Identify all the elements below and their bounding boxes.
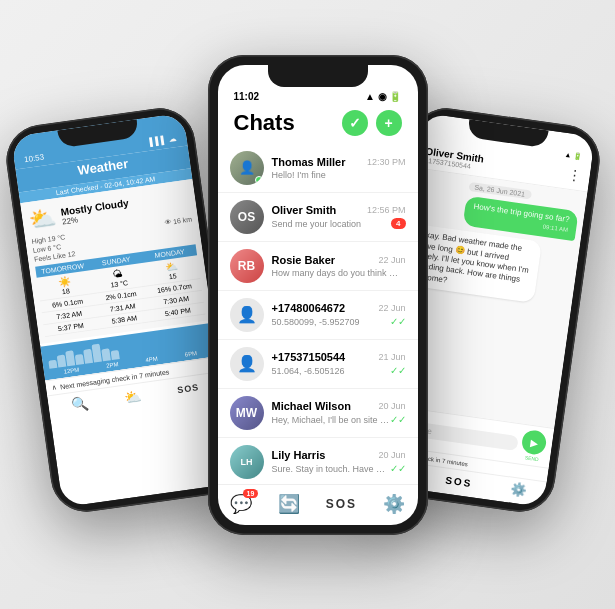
chat-item-phone-1[interactable]: 👤 +17480064672 22 Jun 50.580099, -5.9527… (218, 291, 418, 340)
chat-name-6: Michael Wilson (272, 400, 351, 412)
chat-preview-6: Hey, Michael, I'll be on site as soon as… (272, 415, 390, 425)
chat-time-3: 22 Jun (378, 255, 405, 265)
weather-signal: ▌▌▌ ☁ (149, 133, 177, 146)
chat-time-7: 20 Jun (378, 450, 405, 460)
detail-settings-icon[interactable]: ⚙️ (509, 481, 527, 498)
online-dot (255, 176, 263, 184)
chats-title: Chats (234, 110, 295, 136)
chat-preview-row-1: Hello! I'm fine (272, 170, 406, 180)
forecast-temp-2: 13 °C (110, 279, 128, 288)
chats-header-icons: ✓ + (342, 110, 402, 136)
avatar-thomas-miller: 👤 (230, 151, 264, 185)
chat-content-phone-1: +17480064672 22 Jun 50.580099, -5.952709… (272, 302, 406, 327)
sos-button-center[interactable]: SOS (326, 497, 357, 511)
chat-item-rosie-baker[interactable]: RB Rosie Baker 22 Jun How many days do y… (218, 242, 418, 291)
forecast-icon-3: ⛅ (164, 260, 177, 273)
weather-screen: 10:53 ▌▌▌ ☁ Weather Last Checked - 02-04… (10, 112, 234, 507)
chart-label-2: 2PM (105, 361, 118, 369)
chart-bar-8 (110, 350, 119, 360)
chat-check-6: ✓✓ (390, 414, 406, 425)
chart-bar-7 (101, 348, 111, 361)
avatar-oliver-smith: OS (230, 200, 264, 234)
chat-name-1: Thomas Miller (272, 156, 346, 168)
chat-time-1: 12:30 PM (367, 157, 406, 167)
check-button[interactable]: ✓ (342, 110, 368, 136)
avatar-rosie-baker: RB (230, 249, 264, 283)
chat-item-michael-wilson[interactable]: MW Michael Wilson 20 Jun Hey, Michael, I… (218, 389, 418, 438)
chat-content-lily-harris: Lily Harris 20 Jun Sure. Stay in touch. … (272, 449, 406, 474)
gear-icon: ⚙️ (383, 493, 405, 515)
phone-center-screen: 11:02 ▲ ◉ 🔋 Chats ✓ + 👤 (218, 65, 418, 525)
forecast-icon-2: 🌤 (112, 267, 123, 279)
chat-name-row-2: Oliver Smith 12:56 PM (272, 204, 406, 216)
chart-bar-2 (56, 354, 66, 367)
send-button[interactable]: ▶ (520, 428, 547, 455)
chat-item-lily-harris[interactable]: LH Lily Harris 20 Jun Sure. Stay in touc… (218, 438, 418, 484)
chat-name-7: Lily Harris (272, 449, 326, 461)
chat-time-2: 12:56 PM (367, 205, 406, 215)
chats-time: 11:02 (234, 91, 260, 102)
chat-item-thomas-miller[interactable]: 👤 Thomas Miller 12:30 PM Hello! I'm fine (218, 144, 418, 193)
chat-preview-2: Send me your location (272, 219, 362, 229)
avatar-phone-2: 👤 (230, 347, 264, 381)
footer-chat-badge: 19 (243, 489, 259, 498)
detail-time (429, 131, 430, 139)
chart-bar-5 (83, 348, 93, 363)
chat-preview-7: Sure. Stay in touch. Have a nice day. (272, 464, 390, 474)
chat-check-5: ✓✓ (390, 365, 406, 376)
forecast-temp-3: 15 (168, 272, 177, 280)
chevron-up-icon: ∧ (51, 382, 57, 391)
chat-content-rosie-baker: Rosie Baker 22 Jun How many days do you … (272, 254, 406, 278)
phone-center: 11:02 ▲ ◉ 🔋 Chats ✓ + 👤 (208, 55, 428, 535)
footer-refresh-icon[interactable]: 🔄 (278, 493, 300, 515)
chart-label-3: 4PM (145, 355, 158, 363)
chat-time-4: 22 Jun (378, 303, 405, 313)
footer-settings-icon[interactable]: ⚙️ (383, 493, 405, 515)
weather-condition-text: Mostly Cloudy 22% (60, 197, 130, 226)
chart-label-4: 6PM (184, 350, 197, 358)
cloud-icon: ⛅ (26, 204, 56, 234)
sos-button-right[interactable]: SOS (444, 474, 472, 489)
chat-time-6: 20 Jun (378, 401, 405, 411)
phones-container: 10:53 ▌▌▌ ☁ Weather Last Checked - 02-04… (18, 15, 598, 595)
chats-footer: 💬 19 🔄 SOS ⚙️ (218, 484, 418, 525)
refresh-icon: 🔄 (278, 493, 300, 515)
chat-check-7: ✓✓ (390, 463, 406, 474)
search-icon[interactable]: 🔍 (69, 394, 88, 412)
forecast-temp-1: 18 (61, 287, 70, 295)
message-received-text-1: Okay. Bad weather made the drive long 😊 … (413, 229, 529, 284)
forecast-cell-3: ⛅ 15 (143, 257, 199, 283)
chat-preview-1: Hello! I'm fine (272, 170, 326, 180)
detail-contact-info: Oliver Smith +17537150544 (423, 145, 484, 171)
weather-main: ⛅ Mostly Cloudy 22% High 19 °C 👁 16 km (20, 179, 212, 344)
forecast-icon-1: ☀️ (57, 275, 70, 288)
footer-chat-icon[interactable]: 💬 19 (230, 493, 252, 515)
chat-item-oliver-smith[interactable]: OS Oliver Smith 12:56 PM Send me your lo… (218, 193, 418, 242)
chat-name-row-5: +17537150544 21 Jun (272, 351, 406, 363)
chat-content-oliver-smith: Oliver Smith 12:56 PM Send me your locat… (272, 204, 406, 229)
chat-check-4: ✓✓ (390, 316, 406, 327)
weather-time: 10:53 (23, 152, 44, 164)
sos-button-left[interactable]: SOS (176, 382, 199, 395)
chat-name-row-4: +17480064672 22 Jun (272, 302, 406, 314)
chats-screen: 11:02 ▲ ◉ 🔋 Chats ✓ + 👤 (218, 65, 418, 525)
more-options-icon[interactable]: ⋮ (566, 166, 582, 184)
chat-name-row-3: Rosie Baker 22 Jun (272, 254, 406, 266)
phone-left-screen: 10:53 ▌▌▌ ☁ Weather Last Checked - 02-04… (10, 112, 234, 507)
chat-name-3: Rosie Baker (272, 254, 336, 266)
chat-name-5: +17537150544 (272, 351, 346, 363)
weather-icon[interactable]: ⛅ (123, 387, 142, 405)
send-label: SEND (524, 454, 539, 462)
chats-signal-icons: ▲ ◉ 🔋 (365, 91, 401, 102)
chart-bar-6 (91, 343, 101, 362)
notch-center (268, 65, 368, 87)
chat-name-row-7: Lily Harris 20 Jun (272, 449, 406, 461)
add-chat-button[interactable]: + (376, 110, 402, 136)
chat-badge-2: 4 (391, 218, 405, 229)
chat-item-phone-2[interactable]: 👤 +17537150544 21 Jun 51.064, -6.505126 … (218, 340, 418, 389)
chat-name-row-6: Michael Wilson 20 Jun (272, 400, 406, 412)
chat-preview-4: 50.580099, -5.952709 (272, 317, 360, 327)
chat-time-5: 21 Jun (378, 352, 405, 362)
chart-bar-3 (65, 350, 75, 366)
avatar-lily-harris: LH (230, 445, 264, 479)
